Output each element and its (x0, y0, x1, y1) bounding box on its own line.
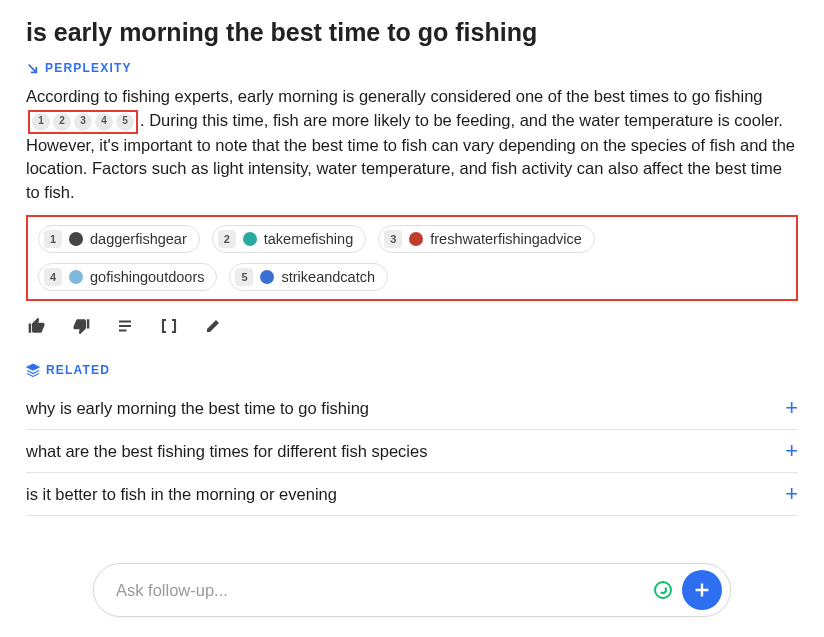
answer-text: According to fishing experts, early morn… (26, 85, 798, 205)
grammarly-icon[interactable] (654, 581, 672, 599)
source-name: freshwaterfishingadvice (430, 231, 582, 247)
related-section: RELATED why is early morning the best ti… (26, 363, 798, 516)
brackets-icon (160, 317, 178, 335)
brand-label-text: PERPLEXITY (45, 61, 132, 75)
related-label: RELATED (26, 363, 798, 377)
related-item-text: is it better to fish in the morning or e… (26, 485, 337, 504)
answer-post: . During this time, fish are more likely… (26, 111, 795, 201)
thumbs-up-button[interactable] (26, 315, 48, 337)
related-label-text: RELATED (46, 363, 110, 377)
source-list: 1 daggerfishgear 2 takemefishing 3 fresh… (26, 215, 798, 301)
related-item[interactable]: why is early morning the best time to go… (26, 387, 798, 430)
answer-pre: According to fishing experts, early morn… (26, 87, 762, 105)
inline-citation[interactable]: 2 (53, 113, 71, 131)
favicon-icon (260, 270, 274, 284)
send-button[interactable] (682, 570, 722, 610)
followup-bar (93, 563, 731, 617)
favicon-icon (69, 232, 83, 246)
related-item-text: what are the best fishing times for diff… (26, 442, 427, 461)
inline-citation[interactable]: 4 (95, 113, 113, 131)
favicon-icon (69, 270, 83, 284)
arrow-down-right-icon (26, 62, 39, 75)
action-bar (26, 315, 798, 337)
source-name: strikeandcatch (281, 269, 375, 285)
plus-icon: + (785, 397, 798, 419)
source-pill[interactable]: 3 freshwaterfishingadvice (378, 225, 595, 253)
edit-icon (204, 317, 222, 335)
plus-icon (691, 579, 713, 601)
related-item-text: why is early morning the best time to go… (26, 399, 369, 418)
copy-button[interactable] (158, 315, 180, 337)
thumbs-up-icon (27, 316, 47, 336)
related-item[interactable]: is it better to fish in the morning or e… (26, 473, 798, 516)
source-name: gofishingoutdoors (90, 269, 204, 285)
source-number: 3 (384, 230, 402, 248)
source-pill[interactable]: 5 strikeandcatch (229, 263, 388, 291)
list-icon (116, 317, 134, 335)
favicon-icon (243, 232, 257, 246)
edit-button[interactable] (202, 315, 224, 337)
related-list: why is early morning the best time to go… (26, 387, 798, 516)
thumbs-down-icon (71, 316, 91, 336)
source-number: 1 (44, 230, 62, 248)
stack-icon (26, 363, 40, 377)
related-item[interactable]: what are the best fishing times for diff… (26, 430, 798, 473)
inline-citation[interactable]: 1 (32, 113, 50, 131)
source-number: 5 (235, 268, 253, 286)
view-list-button[interactable] (114, 315, 136, 337)
plus-icon: + (785, 440, 798, 462)
thumbs-down-button[interactable] (70, 315, 92, 337)
inline-citation[interactable]: 3 (74, 113, 92, 131)
source-pill[interactable]: 1 daggerfishgear (38, 225, 200, 253)
source-number: 2 (218, 230, 236, 248)
brand-label: PERPLEXITY (26, 61, 798, 75)
source-pill[interactable]: 2 takemefishing (212, 225, 366, 253)
source-number: 4 (44, 268, 62, 286)
favicon-icon (409, 232, 423, 246)
source-name: daggerfishgear (90, 231, 187, 247)
plus-icon: + (785, 483, 798, 505)
source-name: takemefishing (264, 231, 353, 247)
inline-citation-group: 1 2 3 4 5 (28, 110, 138, 134)
followup-input[interactable] (116, 581, 654, 600)
page-title: is early morning the best time to go fis… (26, 18, 798, 47)
source-pill[interactable]: 4 gofishingoutdoors (38, 263, 217, 291)
inline-citation[interactable]: 5 (116, 113, 134, 131)
